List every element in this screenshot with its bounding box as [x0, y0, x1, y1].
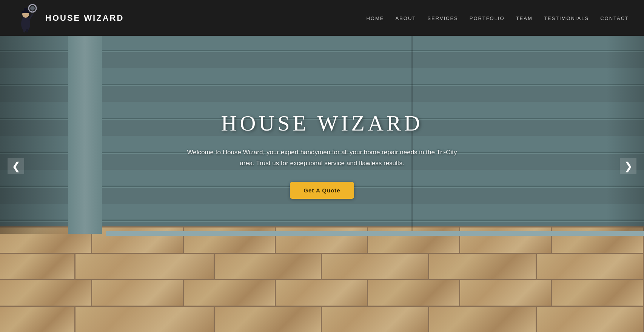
hero-content: HOUSE WIZARD Welcome to House Wizard, yo… [172, 111, 472, 199]
logo-area[interactable]: HOUSE WIZARD [15, 3, 124, 33]
nav-link-testimonials[interactable]: TESTIMONIALS [544, 15, 589, 21]
nav-link-about[interactable]: ABOUT [395, 15, 416, 21]
nav-link-contact[interactable]: CONTACT [600, 15, 629, 21]
svg-line-9 [29, 14, 32, 20]
svg-rect-7 [23, 29, 25, 32]
navbar: HOUSE WIZARD HOME ABOUT SERVICES PORTFOL… [0, 0, 644, 36]
siding-trim [106, 231, 644, 236]
stone [460, 280, 552, 306]
stone [184, 280, 276, 306]
nav-item-home[interactable]: HOME [366, 15, 384, 22]
stone-row-3 [0, 279, 644, 306]
hero-subtitle: Welcome to House Wizard, your expert han… [187, 147, 457, 169]
svg-rect-8 [26, 29, 28, 32]
nav-item-services[interactable]: SERVICES [427, 15, 458, 22]
stone [322, 254, 429, 279]
nav-link-portfolio[interactable]: PORTFOLIO [470, 15, 505, 21]
stone-row-2 [0, 253, 644, 279]
carousel-prev-button[interactable]: ❮ [8, 158, 24, 174]
nav-item-contact[interactable]: CONTACT [600, 15, 629, 22]
hero-title: HOUSE WIZARD [187, 111, 457, 136]
stone [0, 280, 92, 306]
stone [537, 254, 644, 279]
carousel-next-button[interactable]: ❯ [620, 158, 636, 174]
stone [276, 280, 368, 306]
nav-link-services[interactable]: SERVICES [427, 15, 458, 21]
stone [537, 307, 644, 332]
svg-point-1 [30, 6, 35, 11]
stone [215, 307, 322, 332]
stone [322, 307, 429, 332]
stone [368, 280, 460, 306]
logo-text: HOUSE WIZARD [45, 13, 124, 23]
nav-item-testimonials[interactable]: TESTIMONIALS [544, 15, 589, 22]
svg-rect-6 [24, 8, 28, 13]
stone [0, 307, 75, 332]
stone [215, 254, 322, 279]
stone [429, 307, 536, 332]
stone-row-4 [0, 306, 644, 332]
stone [552, 280, 644, 306]
nav-item-portfolio[interactable]: PORTFOLIO [470, 15, 505, 22]
nav-link-team[interactable]: TEAM [516, 15, 533, 21]
nav-links: HOME ABOUT SERVICES PORTFOLIO TEAM TESTI… [366, 15, 629, 22]
stone [429, 254, 536, 279]
get-quote-button[interactable]: Get A Quote [290, 182, 354, 199]
hero-section: ❮ HOUSE WIZARD Welcome to House Wizard, … [0, 0, 644, 332]
stone [92, 280, 184, 306]
stone [75, 307, 215, 332]
nav-item-about[interactable]: ABOUT [395, 15, 416, 22]
nav-link-home[interactable]: HOME [366, 15, 384, 21]
stone [0, 254, 75, 279]
stone-wall [0, 226, 644, 332]
stone [75, 254, 215, 279]
wizard-logo-icon [15, 3, 41, 33]
nav-item-team[interactable]: TEAM [516, 15, 533, 22]
